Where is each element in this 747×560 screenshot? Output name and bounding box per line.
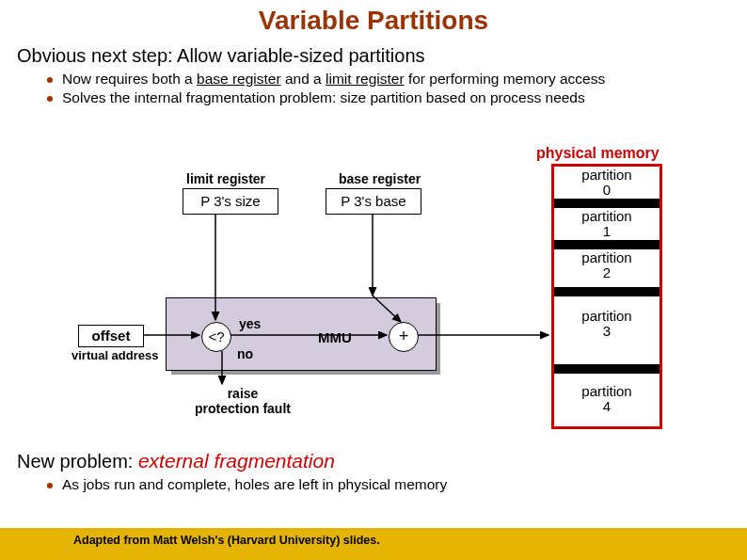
partition-3: partition3 bbox=[554, 308, 660, 365]
virtual-address-label: virtual address bbox=[72, 348, 159, 362]
new-problem: New problem: external fragmentation bbox=[17, 450, 335, 472]
bullet-item: Solves the internal fragmentation proble… bbox=[47, 89, 747, 106]
partition-0: partition0 bbox=[554, 167, 660, 200]
limit-register-label: limit register bbox=[186, 171, 265, 186]
slide: Variable Partitions Obvious next step: A… bbox=[0, 0, 747, 560]
partition-1: partition1 bbox=[554, 208, 660, 241]
partition-2: partition2 bbox=[554, 249, 660, 288]
yes-label: yes bbox=[239, 316, 261, 331]
base-register-label: base register bbox=[339, 171, 421, 186]
offset-box: offset bbox=[78, 325, 144, 347]
base-register-box: P 3's base bbox=[326, 188, 421, 215]
adder: + bbox=[389, 322, 419, 352]
limit-register-box: P 3's size bbox=[183, 188, 278, 215]
footer-text: Adapted from Matt Welsh's (Harvard Unive… bbox=[73, 534, 380, 547]
partition-4: partition4 bbox=[554, 383, 660, 425]
bullet-item: As jobs run and complete, holes are left… bbox=[47, 476, 447, 493]
bullet-list: Now requires both a base register and a … bbox=[47, 71, 747, 106]
bullet-item: Now requires both a base register and a … bbox=[47, 71, 747, 88]
physical-memory-label: physical memory bbox=[536, 145, 660, 162]
slide-subtitle: Obvious next step: Allow variable-sized … bbox=[17, 45, 747, 67]
protection-fault-label: raise protection fault bbox=[192, 386, 294, 416]
comparator: <? bbox=[201, 322, 231, 352]
no-label: no bbox=[237, 346, 253, 361]
bullet-list-2: As jobs run and complete, holes are left… bbox=[47, 476, 447, 493]
slide-title: Variable Partitions bbox=[0, 0, 747, 36]
memory-diagram: partition0 partition1 partition2 partiti… bbox=[551, 164, 662, 429]
mmu-label: MMU bbox=[318, 329, 352, 345]
diagram: physical memory limit register P 3's siz… bbox=[17, 141, 732, 424]
